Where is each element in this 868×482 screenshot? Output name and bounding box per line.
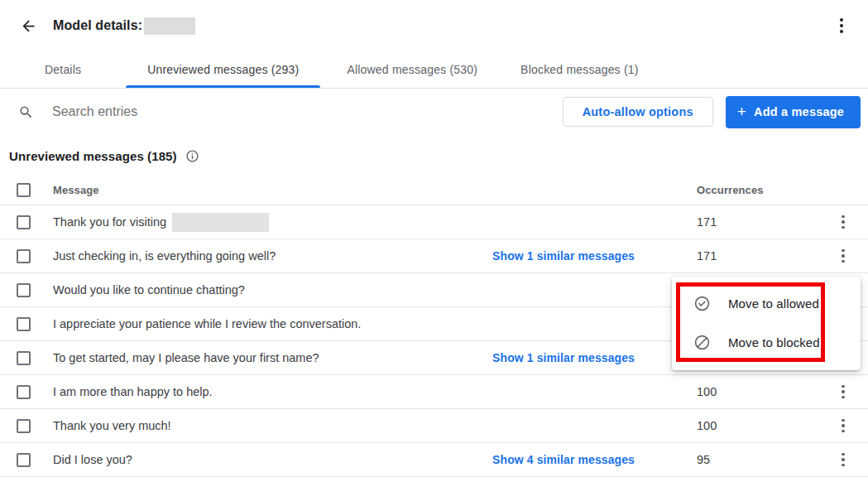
table-header-row: Message Occurrences xyxy=(0,176,868,205)
section-heading: Unreviewed messages (185) xyxy=(0,135,868,176)
tab-details[interactable]: Details xyxy=(23,51,103,88)
message-text: To get started, may I please have your f… xyxy=(53,351,319,364)
message-text: Did I lose you? xyxy=(53,453,132,466)
menu-item-label: Move to blocked xyxy=(728,335,820,349)
header-kebab-menu-icon[interactable] xyxy=(832,16,851,36)
menu-item-move-to-allowed[interactable]: Move to allowed xyxy=(672,284,861,323)
block-icon xyxy=(693,334,711,351)
tab-allowed-messages[interactable]: Allowed messages (530) xyxy=(325,51,499,88)
table-row: I am more than happy to help. 100 xyxy=(0,375,868,409)
add-a-message-button[interactable]: + Add a message xyxy=(726,96,861,128)
row-kebab-menu-icon[interactable] xyxy=(833,212,853,232)
back-arrow-icon[interactable] xyxy=(18,16,38,36)
tab-unreviewed-messages[interactable]: Unreviewed messages (293) xyxy=(126,51,320,88)
redacted-model-name xyxy=(144,17,195,35)
row-context-menu: Move to allowed Move to blocked xyxy=(672,277,861,370)
add-a-message-label: Add a message xyxy=(754,105,844,118)
occurrences-value: 171 xyxy=(669,215,818,229)
search-icon xyxy=(18,104,34,120)
section-title: Unreviewed messages (185) xyxy=(9,149,177,163)
message-text: I appreciate your patience while I revie… xyxy=(53,317,361,330)
column-header-occurrences: Occurrences xyxy=(669,184,818,196)
row-checkbox[interactable] xyxy=(17,283,31,297)
row-checkbox[interactable] xyxy=(17,249,31,263)
info-icon[interactable] xyxy=(185,149,199,163)
table-row: Thank you very much! 100 xyxy=(0,409,868,443)
show-similar-link[interactable]: Show 1 similar messages xyxy=(492,249,635,263)
show-similar-link[interactable]: Show 1 similar messages xyxy=(492,351,635,364)
row-checkbox[interactable] xyxy=(17,453,31,467)
page-title: Model details: xyxy=(53,18,142,33)
row-kebab-menu-icon[interactable] xyxy=(833,382,853,402)
select-all-checkbox[interactable] xyxy=(17,183,31,197)
table-row: Did I lose you? Show 4 similar messages … xyxy=(0,443,868,477)
redacted-text xyxy=(172,213,269,232)
occurrences-value: 100 xyxy=(669,419,818,432)
auto-allow-options-button[interactable]: Auto-allow options xyxy=(563,97,713,127)
occurrences-value: 100 xyxy=(669,385,818,398)
check-circle-icon xyxy=(693,295,711,312)
table-row: Thank you for visiting 171 xyxy=(0,205,868,239)
row-checkbox[interactable] xyxy=(17,351,31,365)
occurrences-value: 95 xyxy=(669,453,818,466)
show-similar-link[interactable]: Show 4 similar messages xyxy=(492,453,635,466)
row-kebab-menu-icon[interactable] xyxy=(833,246,853,266)
tab-bar: Details Unreviewed messages (293) Allowe… xyxy=(0,51,868,89)
message-text: Would you like to continue chatting? xyxy=(53,283,245,296)
menu-item-label: Move to allowed xyxy=(728,296,819,311)
message-text: Thank you for visiting xyxy=(53,215,166,229)
row-checkbox[interactable] xyxy=(17,317,31,331)
message-text: Just checking in, is everything going we… xyxy=(53,249,276,263)
row-kebab-menu-icon[interactable] xyxy=(833,416,853,436)
message-text: I am more than happy to help. xyxy=(53,385,213,398)
row-checkbox[interactable] xyxy=(17,419,31,433)
search-input[interactable] xyxy=(52,104,300,119)
plus-icon: + xyxy=(737,104,746,119)
occurrences-value: 171 xyxy=(669,249,818,263)
row-checkbox[interactable] xyxy=(17,215,31,229)
row-kebab-menu-icon[interactable] xyxy=(833,450,853,470)
toolbar: Auto-allow options + Add a message xyxy=(0,89,868,135)
row-checkbox[interactable] xyxy=(17,385,31,399)
message-text: Thank you very much! xyxy=(53,419,171,432)
menu-item-move-to-blocked[interactable]: Move to blocked xyxy=(672,323,861,362)
column-header-message: Message xyxy=(53,184,99,196)
table-row: Just checking in, is everything going we… xyxy=(0,239,868,273)
tab-blocked-messages[interactable]: Blocked messages (1) xyxy=(499,51,660,88)
app-header: Model details: xyxy=(0,0,868,51)
